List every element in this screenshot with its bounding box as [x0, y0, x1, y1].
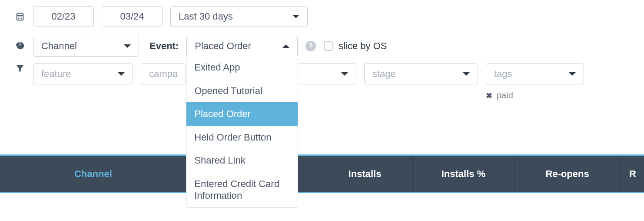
- tags-filter-group: tags ✖ paid: [486, 64, 584, 100]
- date-preset-label: Last 30 days: [179, 11, 233, 22]
- chevron-down-icon: [124, 44, 131, 48]
- tags-filter-select[interactable]: tags: [486, 64, 584, 84]
- feature-filter-label: feature: [41, 68, 71, 80]
- grouping-select-label: Channel: [41, 40, 77, 52]
- stage-filter-select[interactable]: stage: [364, 64, 478, 84]
- filters-row: feature campa nel stage tags ✖ paid: [0, 59, 644, 107]
- event-option[interactable]: Entered Credit Card Information: [186, 172, 298, 208]
- event-select[interactable]: Placed Order: [186, 36, 298, 57]
- pie-chart-icon: [15, 41, 25, 51]
- stage-filter-label: stage: [372, 68, 396, 80]
- tag-chip: ✖ paid: [486, 90, 584, 100]
- table-header-row: Channel Installs Installs % Re-opens R: [0, 156, 644, 193]
- event-option[interactable]: Shared Link: [186, 149, 298, 172]
- date-start-input[interactable]: 02/23: [33, 6, 94, 27]
- chevron-down-icon: [292, 15, 299, 18]
- table-header-installs-pct[interactable]: Installs %: [413, 156, 515, 192]
- chevron-down-icon: [118, 72, 125, 76]
- tag-chip-label: paid: [497, 90, 513, 100]
- results-table: Channel Installs Installs % Re-opens R: [0, 154, 644, 193]
- filter-icon: [15, 64, 25, 73]
- tags-filter-label: tags: [494, 68, 512, 80]
- event-option[interactable]: Opened Tutorial: [186, 79, 298, 103]
- help-icon[interactable]: ?: [305, 41, 316, 51]
- grouping-select[interactable]: Channel: [33, 36, 139, 57]
- grouping-row: Channel Event: Placed Order Exited App O…: [0, 33, 644, 59]
- event-select-wrapper: Placed Order Exited App Opened Tutorial …: [186, 36, 298, 57]
- table-header-reopens[interactable]: Re-opens: [515, 156, 621, 192]
- event-option[interactable]: Held Order Button: [186, 126, 298, 149]
- slice-by-os-label: slice by OS: [339, 40, 387, 52]
- date-end-input[interactable]: 03/24: [102, 6, 163, 27]
- date-preset-select[interactable]: Last 30 days: [170, 6, 308, 27]
- campaign-filter-select[interactable]: campa: [141, 64, 186, 84]
- table-header-channel[interactable]: Channel: [0, 156, 187, 192]
- feature-filter-select[interactable]: feature: [33, 64, 133, 84]
- event-option[interactable]: Placed Order: [186, 102, 298, 126]
- chevron-down-icon: [463, 72, 470, 76]
- chevron-up-icon: [282, 44, 289, 48]
- slice-by-os-checkbox[interactable]: [324, 41, 333, 51]
- table-header-partial[interactable]: R: [621, 156, 644, 192]
- calendar-icon: [15, 12, 25, 21]
- chevron-down-icon: [569, 72, 576, 76]
- campaign-filter-label: campa: [149, 68, 178, 80]
- remove-tag-icon[interactable]: ✖: [486, 91, 492, 100]
- chevron-down-icon: [341, 72, 348, 76]
- date-range-row: 02/23 03/24 Last 30 days: [0, 0, 644, 33]
- table-header-installs[interactable]: Installs: [317, 156, 413, 192]
- event-select-value: Placed Order: [195, 40, 251, 52]
- event-dropdown-menu: Exited App Opened Tutorial Placed Order …: [186, 56, 298, 208]
- event-label: Event:: [149, 40, 179, 52]
- event-option[interactable]: Exited App: [186, 56, 298, 79]
